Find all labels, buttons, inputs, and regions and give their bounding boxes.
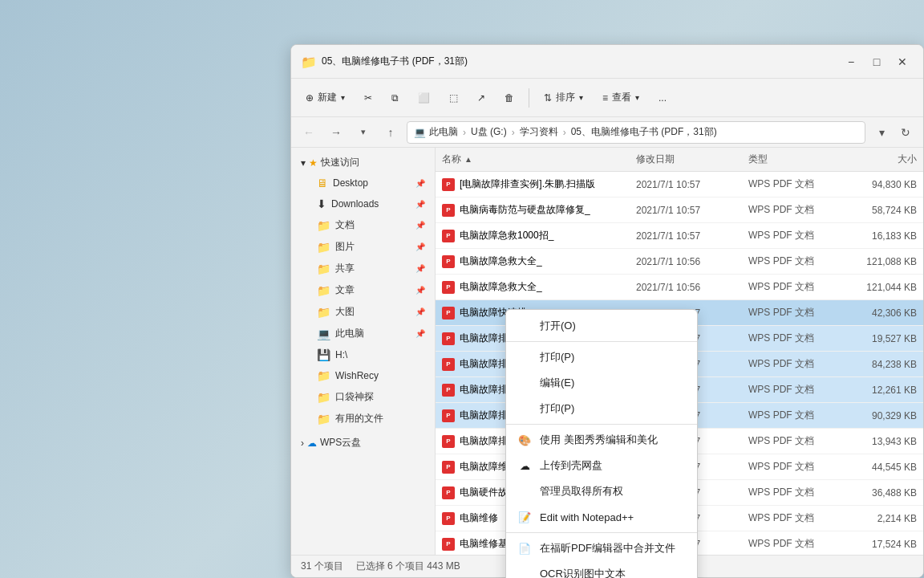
up-button[interactable]: ↑ [379,121,402,144]
window-icon: 📁 [301,55,315,69]
dropdown-button[interactable]: ▾ [870,121,893,144]
file-name-cell: P 电脑故障急救1000招_ [442,229,636,242]
file-type-cell: WPS PDF 文档 [748,306,845,320]
minimize-button[interactable]: − [840,51,862,73]
context-menu-item[interactable]: 打印(P) [506,396,697,421]
file-list-header: 名称 ▲ 修改日期 类型 大小 [436,148,923,172]
file-name-cell: P 电脑病毒防范与硬盘故障修复_ [442,203,636,217]
context-menu-item[interactable]: 📝Edit with Notepad++ [506,504,697,530]
context-menu-item[interactable]: ☁上传到壳网盘 [506,453,697,478]
copy-button[interactable]: ⧉ [383,84,407,112]
delete-button[interactable]: 🗑 [496,84,522,112]
cut-button[interactable]: ✂ [356,84,380,112]
edit-icon: 🎨 [517,433,532,447]
file-size-cell: 121,044 KB [845,282,917,293]
pin-icon: 📌 [415,221,425,230]
address-part-current[interactable]: 05、电脑维修电子书 (PDF，31部) [571,125,717,139]
titlebar: 📁 05、电脑维修电子书 (PDF，31部) − □ ✕ [291,45,923,79]
table-row[interactable]: P [电脑故障排查实例].朱鹏.扫描版 2021/7/1 10:57 WPS P… [436,172,923,197]
context-menu-item[interactable]: 管理员取得所有权 [506,478,697,504]
sort-button[interactable]: ⇅ 排序 ▾ [536,84,591,112]
share-icon: ↗ [477,92,485,104]
wps-cloud-header[interactable]: › ☁ WPS云盘 [294,433,432,453]
col-date-header[interactable]: 修改日期 [636,153,748,166]
paste-button[interactable]: ⬜ [410,84,438,112]
context-menu-item[interactable]: 🎨使用 美图秀秀编辑和美化 [506,427,697,453]
file-date-cell: 2021/7/1 10:57 [636,179,748,190]
item-count: 31 个项目 [301,560,343,573]
quick-access-header[interactable]: ▾ ★ 快速访问 [294,153,432,173]
file-date-cell: 2021/7/1 10:57 [636,205,748,216]
bigpics-folder-icon: 📁 [317,306,330,319]
sidebar-item-mypc[interactable]: 💻 此电脑 📌 [294,323,432,344]
address-part-study[interactable]: 学习资料 [520,125,558,139]
sidebar-item-detective[interactable]: 📁 口袋神探 [294,386,432,408]
sidebar-item-pictures[interactable]: 📁 图片 📌 [294,236,432,258]
table-row[interactable]: P 电脑故障急救1000招_ 2021/7/1 10:57 WPS PDF 文档… [436,223,923,249]
wps-cloud-section: › ☁ WPS云盘 [291,431,435,454]
rename-icon: ⬚ [449,92,458,104]
toolbar: ⊕ 新建 ▾ ✂ ⧉ ⬜ ⬚ ↗ 🗑 ⇅ 排序 ▾ ≡ 查看 [291,79,923,117]
menu-icon [517,401,532,416]
address-part-pc[interactable]: 此电脑 [429,125,458,139]
address-pc-icon: 💻 [414,127,426,138]
file-name-cell: P 电脑故障急救大全_ [442,280,636,294]
addressbar: ← → ▾ ↑ 💻 此电脑 › U盘 (G:) › 学习资料 › 05、电脑维修… [291,117,923,148]
window-title: 05、电脑维修电子书 (PDF，31部) [322,55,840,68]
forward-button[interactable]: → [325,121,347,144]
more-button[interactable]: ... [650,84,675,112]
menu-icon [517,319,532,333]
context-menu-item[interactable]: 打开(O) [506,313,697,339]
useful-folder-icon: 📁 [317,413,330,425]
back-button[interactable]: ← [298,121,320,144]
new-button[interactable]: ⊕ 新建 ▾ [298,84,353,112]
table-row[interactable]: P 电脑故障急救大全_ 2021/7/1 10:56 WPS PDF 文档 12… [436,249,923,275]
sidebar-item-shared[interactable]: 📁 共享 📌 [294,258,432,279]
file-type-cell: WPS PDF 文档 [748,486,845,499]
file-size-cell: 13,943 KB [845,436,917,447]
recent-button[interactable]: ▾ [352,121,375,144]
pdf-icon: P [442,178,455,191]
col-size-header[interactable]: 大小 [845,153,917,166]
sidebar-item-documents[interactable]: 📁 文档 📌 [294,214,432,236]
context-menu-item[interactable]: OCR识别图中文本 [506,561,697,578]
desktop-folder-icon: 🖥 [317,177,328,189]
address-box[interactable]: 💻 此电脑 › U盘 (G:) › 学习资料 › 05、电脑维修电子书 (PDF… [407,121,865,144]
view-button[interactable]: ≡ 查看 ▾ [594,84,647,112]
file-name-cell: P [电脑故障排查实例].朱鹏.扫描版 [442,177,636,191]
sidebar-item-articles[interactable]: 📁 文章 📌 [294,279,432,301]
pin-icon: 📌 [415,179,425,188]
file-type-cell: WPS PDF 文档 [748,177,845,191]
file-type-cell: WPS PDF 文档 [748,254,845,268]
delete-icon: 🗑 [505,92,514,104]
table-row[interactable]: P 电脑病毒防范与硬盘故障修复_ 2021/7/1 10:57 WPS PDF … [436,197,923,223]
file-type-cell: WPS PDF 文档 [748,383,845,397]
chevron-right-icon: › [301,438,304,449]
toolbar-separator [529,88,529,108]
file-type-cell: WPS PDF 文档 [748,229,845,242]
refresh-button[interactable]: ↻ [894,121,917,144]
maximize-button[interactable]: □ [865,51,888,73]
pdf-icon: P [442,384,455,397]
plus-icon: ⊕ [306,92,314,104]
context-menu: 打开(O)打印(P)编辑(E)打印(P)🎨使用 美图秀秀编辑和美化☁上传到壳网盘… [505,309,698,578]
menu-icon [517,484,532,499]
close-button[interactable]: ✕ [891,51,914,73]
sidebar-item-desktop[interactable]: 🖥 Desktop 📌 [294,173,432,193]
table-row[interactable]: P 电脑故障急救大全_ 2021/7/1 10:56 WPS PDF 文档 12… [436,275,923,300]
context-menu-item[interactable]: 📄在福昕PDF编辑器中合并文件 [506,535,697,561]
sidebar-item-wishrecy[interactable]: 📁 WishRecy [294,365,432,386]
sidebar-item-downloads[interactable]: ⬇ Downloads 📌 [294,193,432,214]
context-menu-item[interactable]: 编辑(E) [506,370,697,396]
share-button[interactable]: ↗ [469,84,493,112]
sidebar-item-bigpics[interactable]: 📁 大图 📌 [294,301,432,323]
col-name-header[interactable]: 名称 ▲ [442,153,636,166]
address-part-udisk[interactable]: U盘 (G:) [471,125,507,139]
mypc-icon: 💻 [317,328,330,340]
sidebar-item-useful[interactable]: 📁 有用的文件 [294,408,432,429]
rename-button[interactable]: ⬚ [441,84,466,112]
articles-folder-icon: 📁 [317,284,330,297]
sidebar-item-hdrive[interactable]: 💾 H:\ [294,344,432,365]
col-type-header[interactable]: 类型 [748,153,845,166]
context-menu-item[interactable]: 打印(P) [506,344,697,370]
